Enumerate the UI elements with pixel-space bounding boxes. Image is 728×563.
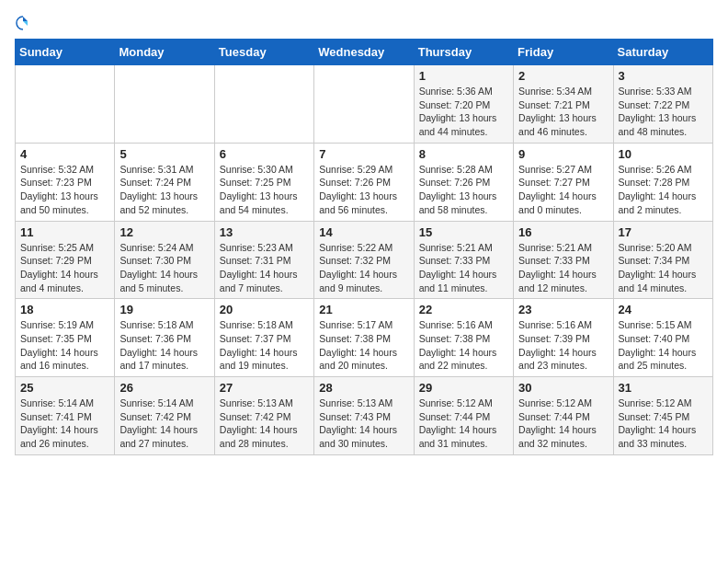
- day-info: Sunrise: 5:13 AM Sunset: 7:42 PM Dayligh…: [220, 396, 309, 451]
- day-number: 21: [319, 303, 408, 316]
- header-cell-sunday: Sunday: [16, 40, 115, 65]
- day-info: Sunrise: 5:23 AM Sunset: 7:31 PM Dayligh…: [220, 241, 309, 295]
- day-number: 2: [518, 69, 608, 83]
- day-info: Sunrise: 5:29 AM Sunset: 7:26 PM Dayligh…: [319, 163, 408, 217]
- calendar-cell: 27Sunrise: 5:13 AM Sunset: 7:42 PM Dayli…: [214, 377, 313, 455]
- calendar-week-1: 1Sunrise: 5:36 AM Sunset: 7:20 PM Daylig…: [16, 65, 713, 144]
- day-number: 15: [419, 225, 508, 239]
- day-info: Sunrise: 5:18 AM Sunset: 7:37 PM Dayligh…: [220, 318, 309, 373]
- calendar-cell: 14Sunrise: 5:22 AM Sunset: 7:32 PM Dayli…: [314, 221, 414, 299]
- calendar-cell: 21Sunrise: 5:17 AM Sunset: 7:38 PM Dayli…: [314, 299, 414, 377]
- day-info: Sunrise: 5:12 AM Sunset: 7:44 PM Dayligh…: [419, 396, 508, 451]
- day-info: Sunrise: 5:31 AM Sunset: 7:24 PM Dayligh…: [119, 163, 209, 217]
- day-number: 8: [419, 147, 508, 161]
- day-number: 6: [220, 147, 309, 161]
- day-info: Sunrise: 5:12 AM Sunset: 7:44 PM Dayligh…: [518, 396, 608, 451]
- day-number: 3: [619, 69, 708, 83]
- calendar-cell: 13Sunrise: 5:23 AM Sunset: 7:31 PM Dayli…: [214, 221, 313, 299]
- day-number: 1: [419, 69, 508, 83]
- calendar-cell: 15Sunrise: 5:21 AM Sunset: 7:33 PM Dayli…: [414, 221, 513, 299]
- day-number: 5: [119, 147, 209, 161]
- day-info: Sunrise: 5:21 AM Sunset: 7:33 PM Dayligh…: [419, 241, 508, 295]
- calendar-cell: 2Sunrise: 5:34 AM Sunset: 7:21 PM Daylig…: [514, 65, 613, 144]
- day-number: 26: [119, 381, 209, 395]
- header-cell-monday: Monday: [115, 40, 214, 65]
- day-info: Sunrise: 5:25 AM Sunset: 7:29 PM Dayligh…: [20, 241, 109, 295]
- day-number: 11: [20, 225, 109, 239]
- calendar-cell: 6Sunrise: 5:30 AM Sunset: 7:25 PM Daylig…: [214, 143, 313, 221]
- day-number: 27: [220, 381, 309, 395]
- calendar-week-5: 25Sunrise: 5:14 AM Sunset: 7:41 PM Dayli…: [16, 377, 713, 455]
- day-number: 18: [20, 303, 109, 316]
- day-info: Sunrise: 5:14 AM Sunset: 7:41 PM Dayligh…: [20, 396, 109, 451]
- day-info: Sunrise: 5:26 AM Sunset: 7:28 PM Dayligh…: [619, 163, 708, 217]
- day-number: 14: [319, 225, 408, 239]
- day-info: Sunrise: 5:12 AM Sunset: 7:45 PM Dayligh…: [619, 396, 708, 451]
- day-info: Sunrise: 5:32 AM Sunset: 7:23 PM Dayligh…: [20, 163, 109, 217]
- calendar-cell: [214, 65, 313, 144]
- calendar-cell: [314, 65, 414, 144]
- day-number: 20: [220, 303, 309, 316]
- calendar-cell: 18Sunrise: 5:19 AM Sunset: 7:35 PM Dayli…: [16, 299, 115, 377]
- calendar-cell: 26Sunrise: 5:14 AM Sunset: 7:42 PM Dayli…: [115, 377, 214, 455]
- calendar-cell: 28Sunrise: 5:13 AM Sunset: 7:43 PM Dayli…: [314, 377, 414, 455]
- day-info: Sunrise: 5:14 AM Sunset: 7:42 PM Dayligh…: [119, 396, 209, 451]
- calendar-cell: 30Sunrise: 5:12 AM Sunset: 7:44 PM Dayli…: [514, 377, 613, 455]
- calendar-cell: 17Sunrise: 5:20 AM Sunset: 7:34 PM Dayli…: [613, 221, 712, 299]
- calendar-week-3: 11Sunrise: 5:25 AM Sunset: 7:29 PM Dayli…: [16, 221, 713, 299]
- calendar-cell: 29Sunrise: 5:12 AM Sunset: 7:44 PM Dayli…: [414, 377, 513, 455]
- day-number: 29: [419, 381, 508, 395]
- day-number: 30: [518, 381, 608, 395]
- day-info: Sunrise: 5:22 AM Sunset: 7:32 PM Dayligh…: [319, 241, 408, 295]
- day-info: Sunrise: 5:17 AM Sunset: 7:38 PM Dayligh…: [319, 318, 408, 373]
- calendar-cell: 5Sunrise: 5:31 AM Sunset: 7:24 PM Daylig…: [115, 143, 214, 221]
- day-info: Sunrise: 5:30 AM Sunset: 7:25 PM Dayligh…: [220, 163, 309, 217]
- day-info: Sunrise: 5:21 AM Sunset: 7:33 PM Dayligh…: [518, 241, 608, 295]
- calendar-cell: 24Sunrise: 5:15 AM Sunset: 7:40 PM Dayli…: [613, 299, 712, 377]
- calendar-cell: 9Sunrise: 5:27 AM Sunset: 7:27 PM Daylig…: [514, 143, 613, 221]
- calendar-cell: 23Sunrise: 5:16 AM Sunset: 7:39 PM Dayli…: [514, 299, 613, 377]
- calendar-week-2: 4Sunrise: 5:32 AM Sunset: 7:23 PM Daylig…: [16, 143, 713, 221]
- header-cell-tuesday: Tuesday: [214, 40, 313, 65]
- day-number: 19: [119, 303, 209, 316]
- calendar-week-4: 18Sunrise: 5:19 AM Sunset: 7:35 PM Dayli…: [16, 299, 713, 377]
- day-number: 7: [319, 147, 408, 161]
- page-header: [15, 15, 713, 31]
- day-info: Sunrise: 5:20 AM Sunset: 7:34 PM Dayligh…: [619, 241, 708, 295]
- day-number: 28: [319, 381, 408, 395]
- calendar-cell: 10Sunrise: 5:26 AM Sunset: 7:28 PM Dayli…: [613, 143, 712, 221]
- calendar-cell: 8Sunrise: 5:28 AM Sunset: 7:26 PM Daylig…: [414, 143, 513, 221]
- header-row: SundayMondayTuesdayWednesdayThursdayFrid…: [16, 40, 713, 65]
- calendar-cell: 31Sunrise: 5:12 AM Sunset: 7:45 PM Dayli…: [613, 377, 712, 455]
- header-cell-saturday: Saturday: [613, 40, 712, 65]
- calendar-cell: 20Sunrise: 5:18 AM Sunset: 7:37 PM Dayli…: [214, 299, 313, 377]
- day-info: Sunrise: 5:15 AM Sunset: 7:40 PM Dayligh…: [619, 318, 708, 373]
- calendar-cell: 4Sunrise: 5:32 AM Sunset: 7:23 PM Daylig…: [16, 143, 115, 221]
- day-info: Sunrise: 5:33 AM Sunset: 7:22 PM Dayligh…: [619, 85, 708, 139]
- day-number: 22: [419, 303, 508, 316]
- calendar-cell: 22Sunrise: 5:16 AM Sunset: 7:38 PM Dayli…: [414, 299, 513, 377]
- calendar-cell: 11Sunrise: 5:25 AM Sunset: 7:29 PM Dayli…: [16, 221, 115, 299]
- calendar-cell: 1Sunrise: 5:36 AM Sunset: 7:20 PM Daylig…: [414, 65, 513, 144]
- calendar-table: SundayMondayTuesdayWednesdayThursdayFrid…: [15, 39, 713, 455]
- day-number: 9: [518, 147, 608, 161]
- day-number: 10: [619, 147, 708, 161]
- header-cell-friday: Friday: [514, 40, 613, 65]
- calendar-cell: 12Sunrise: 5:24 AM Sunset: 7:30 PM Dayli…: [115, 221, 214, 299]
- day-number: 24: [619, 303, 708, 316]
- logo: [15, 15, 33, 31]
- header-cell-wednesday: Wednesday: [314, 40, 414, 65]
- day-info: Sunrise: 5:16 AM Sunset: 7:38 PM Dayligh…: [419, 318, 508, 373]
- day-number: 17: [619, 225, 708, 239]
- calendar-cell: 16Sunrise: 5:21 AM Sunset: 7:33 PM Dayli…: [514, 221, 613, 299]
- header-cell-thursday: Thursday: [414, 40, 513, 65]
- calendar-cell: 3Sunrise: 5:33 AM Sunset: 7:22 PM Daylig…: [613, 65, 712, 144]
- calendar-cell: [115, 65, 214, 144]
- day-info: Sunrise: 5:27 AM Sunset: 7:27 PM Dayligh…: [518, 163, 608, 217]
- day-number: 13: [220, 225, 309, 239]
- day-number: 23: [518, 303, 608, 316]
- day-info: Sunrise: 5:28 AM Sunset: 7:26 PM Dayligh…: [419, 163, 508, 217]
- day-info: Sunrise: 5:16 AM Sunset: 7:39 PM Dayligh…: [518, 318, 608, 373]
- calendar-cell: 7Sunrise: 5:29 AM Sunset: 7:26 PM Daylig…: [314, 143, 414, 221]
- calendar-cell: 25Sunrise: 5:14 AM Sunset: 7:41 PM Dayli…: [16, 377, 115, 455]
